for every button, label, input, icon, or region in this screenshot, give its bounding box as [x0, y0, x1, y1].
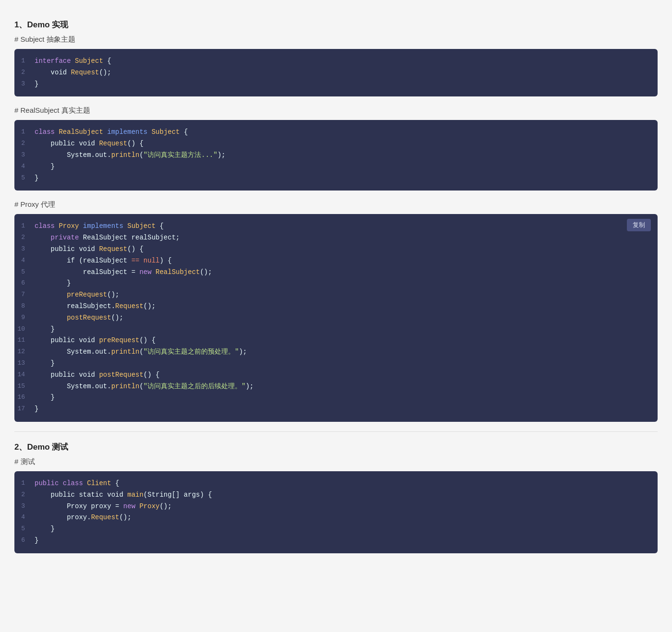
line-number: 5 — [14, 524, 35, 535]
code-token: void — [35, 69, 71, 76]
line-content: private RealSubject realSubject; — [35, 232, 180, 244]
line-content: realSubject.Request(); — [35, 301, 156, 312]
code-line: 12 System.out.println("访问真实主题之前的预处理。"); — [14, 346, 658, 358]
code-token: public void — [35, 371, 99, 379]
code-token: ( — [139, 382, 143, 390]
code-token: Proxy — [59, 222, 79, 230]
line-number: 17 — [14, 404, 35, 415]
code-line: 10 } — [14, 324, 658, 335]
code-token: Request — [91, 513, 120, 521]
code-token: Proxy — [139, 502, 159, 510]
line-content: public void postRequest() { — [35, 370, 159, 381]
code-block-0-2: 1class Proxy implements Subject {2 priva… — [14, 214, 658, 422]
line-number: 4 — [14, 255, 35, 267]
section-title-1: 2、Demo 测试 — [14, 441, 658, 453]
section-title-0: 1、Demo 实现 — [14, 19, 658, 30]
line-content: preRequest(); — [35, 289, 119, 301]
line-number: 14 — [14, 370, 35, 381]
code-line: 3 public void Request() { — [14, 244, 658, 255]
line-content: } — [35, 79, 38, 90]
line-number: 3 — [14, 150, 35, 161]
copy-button[interactable]: 复制 — [627, 219, 651, 231]
code-token: Request — [99, 245, 127, 253]
code-line: 6 } — [14, 278, 658, 289]
code-line: 1public class Client { — [14, 478, 658, 489]
code-token: { — [111, 479, 120, 487]
code-token: Request — [99, 140, 127, 147]
code-token: } — [35, 537, 38, 544]
line-content: realSubject = new RealSubject(); — [35, 267, 212, 278]
line-number: 3 — [14, 79, 35, 90]
line-content: void Request(); — [35, 67, 111, 79]
code-token: implements — [79, 222, 127, 230]
code-token: == — [132, 257, 140, 264]
code-token: public — [35, 479, 63, 487]
code-line: 3 System.out.println("访问真实主题方法..."); — [14, 150, 658, 161]
code-token: () { — [127, 245, 144, 253]
code-line: 17} — [14, 404, 658, 415]
code-token: println — [111, 382, 140, 390]
code-token: System.out. — [35, 382, 111, 390]
line-content: System.out.println("访问真实主题之前的预处理。"); — [35, 346, 247, 358]
line-number: 13 — [14, 358, 35, 370]
code-token: postRequest — [67, 314, 111, 322]
line-number: 7 — [14, 289, 35, 301]
line-content: class Proxy implements Subject { — [35, 221, 164, 232]
line-number: 11 — [14, 335, 35, 346]
subsection-label-0-2: # Proxy 代理 — [14, 200, 658, 209]
code-block-0-0: 1interface Subject {2 void Request();3} — [14, 49, 658, 96]
line-number: 1 — [14, 56, 35, 67]
line-content: System.out.println("访问真实主题方法..."); — [35, 150, 226, 161]
line-number: 6 — [14, 278, 35, 289]
code-token: Request — [115, 302, 144, 310]
code-token: "访问真实主题方法..." — [144, 151, 217, 159]
code-token: } — [35, 394, 55, 401]
line-number: 10 — [14, 324, 35, 335]
code-token: public static void — [35, 491, 127, 499]
code-token: } — [35, 174, 38, 182]
code-line: 13 } — [14, 358, 658, 370]
code-token: class — [35, 128, 59, 136]
code-line: 3} — [14, 79, 658, 90]
code-line: 2 public void Request() { — [14, 138, 658, 150]
code-block-1-0: 1public class Client {2 public static vo… — [14, 471, 658, 553]
code-block-wrapper-0-0: 1interface Subject {2 void Request();3} — [14, 49, 658, 96]
code-token: { — [156, 222, 164, 230]
code-token — [139, 257, 143, 264]
code-line: 14 public void postRequest() { — [14, 370, 658, 381]
code-token: Subject — [127, 222, 156, 230]
line-number: 1 — [14, 127, 35, 138]
line-content: } — [35, 535, 38, 547]
code-token — [35, 291, 67, 298]
line-content: } — [35, 524, 55, 535]
code-token: } — [35, 359, 55, 367]
code-line: 4 if (realSubject == null) { — [14, 255, 658, 267]
code-token: proxy. — [35, 513, 91, 521]
code-token: ); — [239, 348, 247, 356]
code-block-wrapper-0-2: 1class Proxy implements Subject {2 priva… — [14, 214, 658, 422]
code-token: (); — [159, 502, 171, 510]
line-number: 2 — [14, 67, 35, 79]
code-line: 6} — [14, 535, 658, 547]
code-token: { — [103, 57, 111, 65]
code-token: (); — [111, 314, 123, 322]
line-content: public void preRequest() { — [35, 335, 156, 346]
code-line: 2 public static void main(String[] args)… — [14, 489, 658, 501]
code-token: ) { — [159, 257, 171, 264]
code-token: } — [35, 279, 71, 287]
code-line: 7 preRequest(); — [14, 289, 658, 301]
code-token: public void — [35, 245, 99, 253]
code-line: 11 public void preRequest() { — [14, 335, 658, 346]
code-block-0-1: 1class RealSubject implements Subject {2… — [14, 120, 658, 191]
code-token: (String[] args) { — [144, 491, 212, 499]
line-content: } — [35, 173, 38, 184]
code-token: Proxy proxy = — [35, 502, 123, 510]
code-token: (); — [107, 291, 119, 298]
app-container: 1、Demo 实现# Subject 抽象主题1interface Subjec… — [14, 19, 658, 553]
code-block-wrapper-0-1: 1class RealSubject implements Subject {2… — [14, 120, 658, 191]
code-line: 8 realSubject.Request(); — [14, 301, 658, 312]
code-token: ( — [139, 151, 143, 159]
code-token: main — [127, 491, 144, 499]
code-line: 4 } — [14, 161, 658, 173]
code-token: "访问真实主题之后的后续处理。" — [144, 382, 246, 390]
